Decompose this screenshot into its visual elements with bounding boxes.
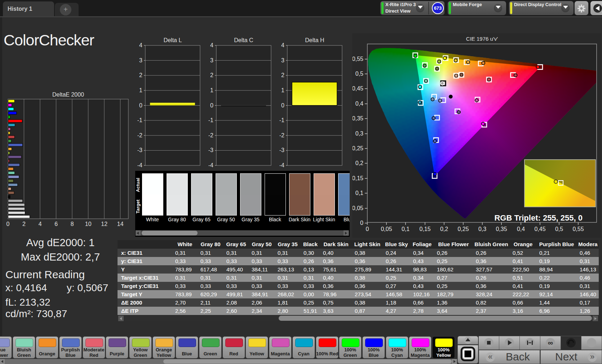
svg-text:-2: -2 [208, 132, 213, 138]
svg-text:2: 2 [139, 72, 142, 78]
svg-text:10: 10 [85, 221, 92, 227]
svg-text:8: 8 [71, 221, 74, 227]
svg-text:0,25: 0,25 [457, 226, 469, 232]
svg-text:-2: -2 [137, 132, 142, 138]
svg-text:0,05: 0,05 [353, 205, 363, 211]
svg-text:0,1: 0,1 [402, 226, 410, 232]
svg-text:0,05: 0,05 [381, 226, 392, 232]
svg-text:Delta L: Delta L [164, 38, 182, 43]
svg-text:4: 4 [39, 221, 42, 227]
svg-text:-1: -1 [137, 117, 142, 123]
svg-text:2: 2 [281, 72, 284, 78]
svg-text:0,4: 0,4 [517, 226, 525, 232]
svg-text:0,45: 0,45 [534, 226, 545, 232]
svg-text:2: 2 [210, 72, 213, 78]
svg-text:CIE 1976 u'v': CIE 1976 u'v' [466, 36, 498, 42]
svg-text:0: 0 [360, 220, 363, 226]
svg-text:-3: -3 [137, 147, 142, 153]
svg-text:0,4: 0,4 [355, 101, 363, 107]
svg-text:-2: -2 [279, 132, 284, 138]
svg-text:-1: -1 [279, 117, 284, 123]
svg-text:4: 4 [139, 42, 142, 48]
svg-text:-4: -4 [137, 162, 142, 168]
svg-text:-3: -3 [279, 147, 284, 153]
svg-text:0,35: 0,35 [496, 226, 507, 232]
svg-text:6: 6 [54, 221, 58, 227]
svg-text:1: 1 [210, 87, 213, 93]
svg-text:Delta H: Delta H [305, 38, 324, 43]
svg-text:0,2: 0,2 [355, 160, 363, 166]
svg-text:RGB Triplet: 255, 255, 0: RGB Triplet: 255, 255, 0 [494, 213, 583, 222]
svg-text:0,3: 0,3 [355, 130, 363, 137]
svg-text:0: 0 [210, 102, 213, 108]
svg-text:-3: -3 [208, 147, 213, 153]
svg-text:1: 1 [139, 87, 142, 93]
svg-text:-1: -1 [208, 117, 213, 123]
svg-text:0: 0 [366, 226, 369, 232]
svg-text:DeltaE 2000: DeltaE 2000 [52, 92, 84, 98]
svg-text:0,5: 0,5 [355, 71, 363, 77]
svg-text:-4: -4 [208, 162, 213, 168]
svg-text:0,55: 0,55 [572, 226, 584, 232]
svg-text:0,15: 0,15 [419, 226, 430, 232]
svg-text:14: 14 [117, 221, 124, 227]
svg-text:Delta C: Delta C [234, 38, 253, 43]
svg-text:3: 3 [281, 57, 284, 63]
svg-text:0,1: 0,1 [355, 190, 363, 196]
svg-text:4: 4 [281, 42, 284, 48]
svg-text:0,5: 0,5 [555, 226, 563, 232]
svg-text:-4: -4 [279, 162, 284, 168]
svg-text:4: 4 [210, 42, 213, 48]
svg-text:2: 2 [22, 221, 26, 227]
svg-text:0,15: 0,15 [353, 175, 363, 181]
svg-text:0,55: 0,55 [353, 56, 363, 62]
svg-text:0: 0 [6, 221, 10, 227]
svg-text:0,3: 0,3 [478, 226, 486, 232]
svg-text:3: 3 [210, 57, 213, 63]
svg-text:3: 3 [139, 57, 142, 63]
svg-text:0: 0 [281, 102, 284, 108]
svg-text:0,35: 0,35 [353, 115, 363, 121]
svg-text:0,25: 0,25 [353, 145, 363, 151]
svg-text:0: 0 [139, 102, 142, 108]
svg-text:1: 1 [281, 87, 284, 93]
svg-text:0,45: 0,45 [353, 85, 363, 92]
svg-text:∞: ∞ [548, 339, 553, 347]
svg-text:12: 12 [101, 221, 107, 227]
svg-text:0,2: 0,2 [440, 226, 448, 232]
